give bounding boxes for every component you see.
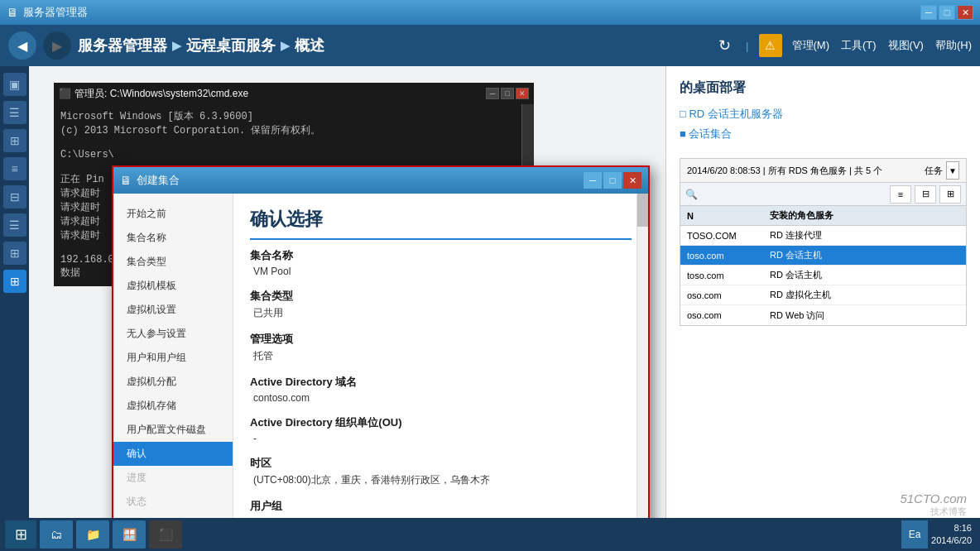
back-button[interactable]: ◀ [8, 31, 36, 60]
breadcrumb-home[interactable]: 服务器管理器 [78, 36, 167, 55]
section-value-1: 已共用 [250, 306, 632, 320]
watermark-subtext: 技术博客 [900, 505, 967, 518]
cell-name-3: oso.com [687, 290, 770, 300]
confirm-heading: 确认选择 [250, 207, 632, 240]
dialog-minimize[interactable]: ─ [584, 172, 602, 189]
menu-manage[interactable]: 管理(M) [792, 38, 830, 53]
rds-link-1[interactable]: □ RD 会话主机服务器 [680, 107, 967, 122]
cell-name-1: toso.com [687, 251, 770, 261]
breadcrumb-sep-1: ▶ [172, 39, 181, 52]
sidebar-icon-7[interactable]: ⊞ [3, 270, 26, 293]
forward-button[interactable]: ▶ [43, 31, 71, 60]
create-collection-dialog: 🖥 创建集合 ─ □ ✕ 开始之前 集合名称 集合类型 虚拟机模板 虚拟机设置 [112, 165, 650, 551]
table-toolbar: 2014/6/20 8:08:53 | 所有 RDS 角色服务 | 共 5 个 … [680, 158, 967, 183]
list-view-btn[interactable]: ≡ [890, 185, 911, 204]
task-label: 任务 [925, 165, 943, 177]
start-button[interactable]: ⊞ [5, 520, 36, 549]
section-value-4: - [250, 433, 632, 444]
taskbar-clock: 8:16 2014/6/20 [931, 522, 975, 548]
dialog-close[interactable]: ✕ [623, 172, 641, 189]
sidebar-icon-3[interactable]: ≡ [3, 157, 26, 180]
breadcrumb-overview[interactable]: 概述 [295, 36, 324, 55]
table-row-selected[interactable]: toso.com RD 会话主机 [680, 246, 966, 266]
section-5: 时区 (UTC+08:00)北京，重庆，香港特别行政区，乌鲁木齐 [250, 456, 632, 487]
table-row[interactable]: oso.com RD Web 访问 [680, 305, 966, 325]
sidebar-icon-0[interactable]: ▣ [3, 73, 26, 96]
taskbar-folder[interactable]: 📁 [76, 520, 109, 549]
menu-view[interactable]: 视图(V) [888, 38, 924, 53]
cmd-controls: ─ □ ✕ [486, 88, 529, 99]
section-0: 集合名称 VM Pool [250, 248, 632, 277]
sidebar-icon-2[interactable]: ⊞ [3, 129, 26, 152]
menu-tools[interactable]: 工具(T) [841, 38, 877, 53]
taskbar-lang-indicator[interactable]: Ea [901, 520, 928, 549]
table-container: 2014/6/20 8:08:53 | 所有 RDS 角色服务 | 共 5 个 … [680, 158, 967, 326]
detail-view-btn[interactable]: ⊟ [915, 185, 936, 204]
nav-item-2[interactable]: 集合类型 [113, 250, 233, 274]
cmd-title-left: ⬛ 管理员: C:\Windows\system32\cmd.exe [59, 87, 248, 101]
table-row[interactable]: toso.com RD 会话主机 [680, 266, 966, 285]
task-dropdown[interactable]: ▼ [946, 161, 959, 180]
section-title-0: 集合名称 [250, 248, 632, 263]
sidebar-icon-6[interactable]: ⊞ [3, 242, 26, 265]
table-body: TOSO.COM RD 连接代理 toso.com RD 会话主机 toso.c… [680, 226, 967, 326]
sidebar-icon-5[interactable]: ☰ [3, 213, 26, 237]
cmd-line-0: Microsoft Windows [版本 6.3.9600] [60, 109, 527, 123]
section-title-3: Active Directory 域名 [250, 375, 632, 390]
cmd-icon: ⬛ [59, 88, 71, 99]
section-value-0: VM Pool [250, 266, 632, 277]
title-bar-left: 🖥 服务器管理器 [7, 5, 88, 20]
cmd-title-bar: ⬛ 管理员: C:\Windows\system32\cmd.exe ─ □ ✕ [54, 83, 534, 104]
taskbar-cmd[interactable]: ⬛ [149, 520, 182, 549]
nav-item-3[interactable]: 虚拟机模板 [113, 274, 233, 298]
col-header-role: 安装的角色服务 [770, 209, 959, 222]
nav-item-4[interactable]: 虚拟机设置 [113, 298, 233, 322]
dialog-scrollbar[interactable] [637, 194, 648, 551]
scrollbar-thumb[interactable] [637, 194, 648, 227]
nav-item-10[interactable]: 确认 [113, 442, 233, 466]
nav-item-9[interactable]: 用户配置文件磁盘 [113, 418, 233, 442]
cmd-line-1: (c) 2013 Microsoft Corporation. 保留所有权利。 [60, 123, 527, 137]
taskbar-window[interactable]: 🪟 [113, 520, 146, 549]
nav-item-0[interactable]: 开始之前 [113, 202, 233, 226]
rds-link-2[interactable]: ■ 会话集合 [680, 127, 967, 141]
nav-item-6[interactable]: 用户和用户组 [113, 346, 233, 370]
section-value-3: contoso.com [250, 392, 632, 404]
app-icon: 🖥 [7, 6, 18, 19]
minimize-button[interactable]: ─ [920, 5, 937, 20]
cmd-close[interactable]: ✕ [516, 88, 529, 99]
section-1: 集合类型 已共用 [250, 289, 632, 320]
expand-btn[interactable]: ⊞ [939, 185, 961, 204]
sidebar-icon-4[interactable]: ⊟ [3, 185, 26, 208]
close-button[interactable]: ✕ [957, 5, 973, 20]
cmd-title: 管理员: C:\Windows\system32\cmd.exe [74, 87, 248, 101]
nav-item-8[interactable]: 虚拟机存储 [113, 394, 233, 418]
cmd-maximize[interactable]: □ [501, 88, 514, 99]
cmd-line-3: C:\Users\ [60, 149, 527, 161]
section-value-2: 托管 [250, 349, 632, 363]
cell-name-4: oso.com [687, 310, 770, 320]
cell-name-0: TOSO.COM [687, 231, 770, 241]
nav-item-7[interactable]: 虚拟机分配 [113, 370, 233, 394]
maximize-button[interactable]: □ [939, 5, 955, 20]
section-title-6: 用户组 [250, 499, 632, 514]
table-row[interactable]: TOSO.COM RD 连接代理 [680, 226, 966, 246]
sidebar-icon-1[interactable]: ☰ [3, 101, 26, 124]
nav-item-1[interactable]: 集合名称 [113, 226, 233, 250]
main-area: ▣ ☰ ⊞ ≡ ⊟ ☰ ⊞ ⊞ ▷ 的桌面部署 □ RD 会话主机服务器 ■ 会… [0, 66, 980, 551]
refresh-button[interactable]: ↻ [713, 34, 736, 57]
dialog-title-bar: 🖥 创建集合 ─ □ ✕ [113, 167, 648, 194]
toolbar: ◀ ▶ 服务器管理器 ▶ 远程桌面服务 ▶ 概述 ↻ | ⚠ 管理(M) 工具(… [0, 25, 980, 66]
section-title-4: Active Directory 组织单位(OU) [250, 415, 632, 430]
breadcrumb-rds[interactable]: 远程桌面服务 [186, 36, 276, 55]
dialog-maximize[interactable]: □ [603, 172, 622, 189]
menu-help[interactable]: 帮助(H) [935, 38, 972, 53]
col-header-name: N [687, 211, 770, 221]
nav-item-5[interactable]: 无人参与设置 [113, 322, 233, 346]
breadcrumb: 服务器管理器 ▶ 远程桌面服务 ▶ 概述 [78, 36, 706, 55]
cmd-minimize[interactable]: ─ [486, 88, 499, 99]
menu-bar: 管理(M) 工具(T) 视图(V) 帮助(H) [792, 38, 973, 53]
table-row[interactable]: oso.com RD 虚拟化主机 [680, 285, 966, 305]
window-title: 服务器管理器 [23, 5, 88, 20]
taskbar-explorer[interactable]: 🗂 [40, 520, 73, 549]
